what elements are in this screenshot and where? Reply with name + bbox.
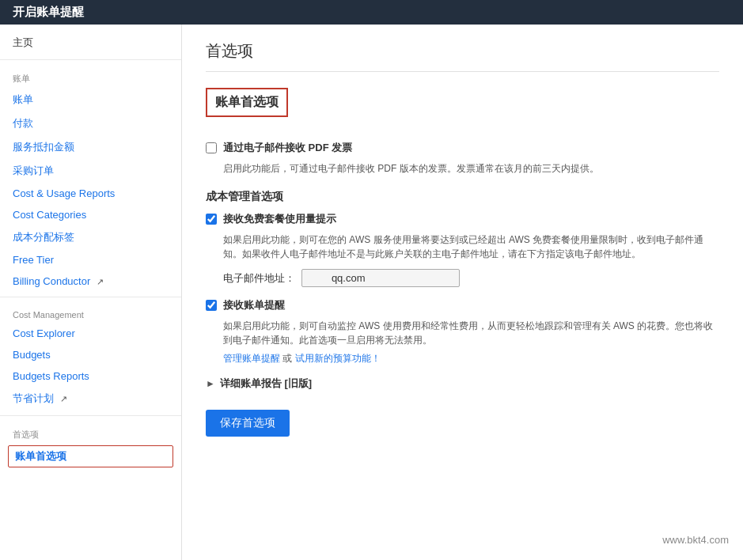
main-content: 首选项 账单首选项 通过电子邮件接收 PDF 发票 启用此功能后，可通过电子邮件… [182, 25, 743, 560]
sidebar-divider-1 [0, 59, 181, 60]
sidebar-item-cost-explorer[interactable]: Cost Explorer [0, 323, 181, 344]
email-row: 电子邮件地址： [223, 269, 719, 287]
sidebar-item-billing-preferences[interactable]: 账单首选项 [8, 445, 173, 467]
page-wrapper: 开启账单提醒 主页 账单 账单 付款 服务抵扣金额 采购订单 [0, 0, 743, 560]
header-title: 开启账单提醒 [13, 5, 84, 20]
billing-alert-option-label: 接收账单提醒 [223, 298, 285, 312]
save-button[interactable]: 保存首选项 [206, 410, 290, 437]
email-label: 电子邮件地址： [223, 271, 295, 286]
external-link-icon: ↗ [97, 277, 104, 286]
pdf-option-desc: 启用此功能后，可通过电子邮件接收 PDF 版本的发票。发票通常在该月的前三天内提… [223, 161, 719, 176]
detailed-billing-label: 详细账单报告 [旧版] [220, 376, 312, 391]
top-header: 开启账单提醒 [0, 0, 743, 25]
sidebar-item-budgets[interactable]: Budgets [0, 344, 181, 365]
free-tier-checkbox[interactable] [206, 214, 217, 225]
billing-alert-desc: 如果启用此功能，则可自动监控 AWS 使用费用和经常性费用，从而更轻松地跟踪和管… [223, 319, 719, 347]
sidebar-section-cost-mgmt: Cost Management [0, 302, 181, 323]
sidebar-item-billing-conductor[interactable]: Billing Conductor ↗ [0, 271, 181, 292]
new-budget-link[interactable]: 试用新的预算功能！ [295, 353, 381, 364]
sidebar-item-savings-plans[interactable]: 节省计划 ↗ [0, 387, 181, 411]
manage-billing-alerts-link[interactable]: 管理账单提醒 [223, 353, 280, 364]
or-text: 或 [282, 353, 292, 364]
free-tier-option-desc: 如果启用此功能，则可在您的 AWS 服务使用量将要达到或已经超出 AWS 免费套… [223, 233, 719, 261]
sidebar-section-billing: 账单 [0, 65, 181, 88]
sidebar-divider-3 [0, 415, 181, 416]
sidebar-item-cost-usage-reports[interactable]: Cost & Usage Reports [0, 183, 181, 204]
page-title: 首选项 [206, 40, 719, 72]
chevron-right-icon: ► [206, 378, 215, 389]
sidebar-divider-2 [0, 297, 181, 297]
sidebar-item-cost-allocation-tags[interactable]: 成本分配标签 [0, 225, 181, 249]
main-layout: 主页 账单 账单 付款 服务抵扣金额 采购订单 Cost & Usage Rep… [0, 25, 743, 560]
sidebar: 主页 账单 账单 付款 服务抵扣金额 采购订单 Cost & Usage Rep… [0, 25, 182, 560]
free-tier-option-label: 接收免费套餐使用量提示 [223, 212, 336, 226]
watermark: www.bkt4.com [662, 534, 729, 546]
cost-mgmt-section-title: 成本管理首选项 [206, 190, 719, 204]
sidebar-item-payment[interactable]: 付款 [0, 112, 181, 135]
pdf-option-label: 通过电子邮件接收 PDF 发票 [223, 141, 352, 155]
billing-section-title: 账单首选项 [206, 88, 288, 117]
free-tier-option-row: 接收免费套餐使用量提示 [206, 212, 719, 226]
billing-alert-checkbox[interactable] [206, 300, 217, 311]
external-link-icon-2: ↗ [60, 394, 67, 403]
sidebar-section-preferences: 首选项 [0, 421, 181, 444]
email-input[interactable] [301, 269, 460, 287]
billing-alert-links: 管理账单提醒 或 试用新的预算功能！ [223, 352, 719, 365]
sidebar-item-purchase-orders[interactable]: 采购订单 [0, 159, 181, 183]
sidebar-item-budgets-reports[interactable]: Budgets Reports [0, 365, 181, 387]
sidebar-item-free-tier[interactable]: Free Tier [0, 249, 181, 271]
sidebar-item-bill[interactable]: 账单 [0, 88, 181, 112]
sidebar-item-home[interactable]: 主页 [0, 31, 181, 55]
billing-alert-option-row: 接收账单提醒 [206, 298, 719, 312]
detailed-billing-row[interactable]: ► 详细账单报告 [旧版] [206, 376, 719, 391]
pdf-option-row: 通过电子邮件接收 PDF 发票 [206, 141, 719, 155]
sidebar-item-cost-categories[interactable]: Cost Categories [0, 204, 181, 225]
sidebar-item-credits[interactable]: 服务抵扣金额 [0, 135, 181, 159]
pdf-checkbox[interactable] [206, 142, 217, 153]
